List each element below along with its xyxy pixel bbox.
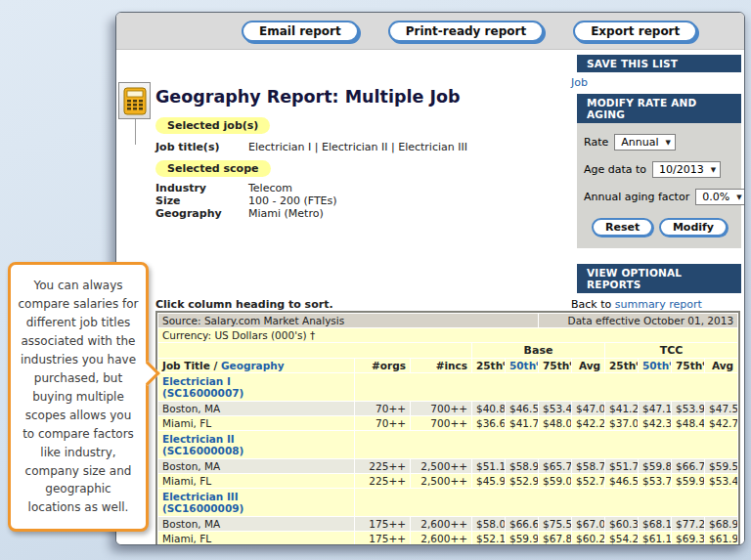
- modify-rate-and-aging-header: MODIFY RATE AND AGING: [577, 94, 741, 123]
- aging-factor-select[interactable]: 0.0%▼: [695, 189, 745, 205]
- age-data-select[interactable]: 10/2013▼: [652, 161, 721, 178]
- value-cell: $58.0: [472, 517, 505, 531]
- table-source-row: Source: Salary.com Market Analysis Data …: [158, 314, 737, 327]
- rate-row: Rate Annual▼: [584, 134, 735, 151]
- industry-label: Industry: [155, 182, 248, 194]
- column-header-75th-4[interactable]: 75th%: [539, 359, 571, 372]
- value-cell: $59.9: [672, 474, 704, 488]
- column-header-75th-8[interactable]: 75th%: [672, 359, 704, 372]
- currency-row: Currency: US Dollars (000's) †: [158, 328, 737, 342]
- value-cell: $65.7: [539, 459, 571, 473]
- job-title-sort[interactable]: Job Title: [162, 360, 210, 371]
- column-header-avg-5[interactable]: Avg: [572, 359, 604, 372]
- divider: [135, 119, 136, 145]
- rate-label: Rate: [584, 136, 608, 149]
- geography-label: Geography: [155, 207, 248, 220]
- job-title-link[interactable]: Electrician II: [162, 433, 235, 445]
- selected-scope-badge: Selected scope: [155, 160, 271, 177]
- job-title-geography-header[interactable]: Job Title / Geography: [158, 359, 354, 372]
- chevron-down-icon: ▼: [711, 166, 716, 174]
- job-code-link[interactable]: (SC16000008): [162, 445, 243, 456]
- table-row: Miami, FL225++2,500++$45.9$52.9$59.0$52.…: [158, 474, 737, 488]
- value-cell: $42.2: [572, 416, 604, 430]
- value-cell: 70++: [355, 402, 410, 415]
- job-title-values: Electrician I | Electrician II | Electri…: [248, 141, 467, 153]
- job-header-row: Electrician I(SC16000007): [158, 373, 737, 401]
- column-header-avg-9[interactable]: Avg: [705, 359, 737, 372]
- geography-row: Geography Miami (Metro): [155, 207, 324, 220]
- size-label: Size: [155, 194, 248, 207]
- table-row: Boston, MA225++2,500++$51.1$58.9$65.7$58…: [158, 459, 737, 473]
- job-code-link[interactable]: (SC16000009): [162, 502, 243, 514]
- table-row: Miami, FL175++2,600++$52.1$59.9$67.8$60.…: [158, 532, 737, 545]
- column-header-50th-7[interactable]: 50th%: [639, 359, 671, 372]
- value-cell: 175++: [355, 532, 410, 545]
- modify-button[interactable]: Modify: [659, 218, 728, 237]
- geo-cell: Miami, FL: [158, 416, 354, 430]
- value-cell: $75.5: [539, 517, 571, 531]
- value-cell: 2,500++: [411, 474, 471, 488]
- column-header-50th-3[interactable]: 50th%: [506, 359, 538, 372]
- geo-cell: Boston, MA: [158, 517, 354, 531]
- job-code-link[interactable]: (SC16000007): [162, 387, 243, 399]
- column-header-25th-2[interactable]: 25th%: [472, 359, 505, 372]
- print-ready-report-button[interactable]: Print-ready report: [388, 21, 544, 42]
- email-report-button[interactable]: Email report: [242, 21, 359, 42]
- geography-sort-link[interactable]: Geography: [221, 360, 285, 371]
- value-cell: $53.4: [705, 474, 737, 488]
- column-header-incs-1[interactable]: #incs: [411, 359, 471, 372]
- rate-aging-controls: Rate Annual▼ Age data to 10/2013▼ Annual…: [577, 123, 741, 248]
- value-cell: $40.8: [472, 402, 505, 415]
- value-cell: $61.1: [639, 532, 671, 545]
- job-header-row: Electrician III(SC16000009): [158, 489, 737, 516]
- value-cell: $53.7: [639, 474, 671, 488]
- value-cell: $46.5: [605, 474, 638, 488]
- value-cell: $54.2: [605, 532, 638, 545]
- value-cell: $46.5: [506, 402, 538, 415]
- table-row: Boston, MA70++700++$40.8$46.5$53.4$47.0$…: [158, 402, 737, 415]
- value-cell: $52.1: [472, 532, 505, 545]
- column-header-25th-6[interactable]: 25th%: [605, 359, 638, 372]
- export-report-button[interactable]: Export report: [573, 21, 697, 42]
- job-link[interactable]: Job: [571, 76, 588, 89]
- table-source: Source: Salary.com Market Analysis: [158, 314, 538, 327]
- selected-jobs-badge: Selected job(s): [155, 117, 270, 134]
- value-cell: 70++: [355, 416, 410, 430]
- value-cell: $53.4: [539, 402, 571, 415]
- value-cell: $66.6: [506, 517, 538, 531]
- job-title-link[interactable]: Electrician I: [162, 375, 231, 387]
- value-cell: $37.0: [605, 416, 638, 430]
- value-cell: $51.1: [472, 459, 505, 473]
- rate-select[interactable]: Annual▼: [614, 134, 676, 151]
- salary-table: Source: Salary.com Market Analysis Data …: [155, 311, 740, 545]
- geo-cell: Miami, FL: [158, 532, 354, 545]
- value-cell: $51.7: [605, 459, 638, 473]
- table-row: Miami, FL70++700++$36.6$41.7$48.0$42.2$3…: [158, 416, 737, 430]
- value-cell: $59.0: [539, 474, 571, 488]
- value-cell: $48.0: [539, 416, 571, 430]
- report-window: Email report Print-ready report Export r…: [115, 12, 745, 545]
- tcc-group-header: TCC: [605, 343, 737, 358]
- save-this-list-header: SAVE THIS LIST: [577, 55, 741, 72]
- summary-report-link[interactable]: summary report: [615, 298, 702, 311]
- geo-cell: Boston, MA: [158, 402, 354, 415]
- job-title-link[interactable]: Electrician III: [162, 491, 239, 502]
- data-effective: Data effective October 01, 2013: [539, 314, 737, 327]
- value-cell: 700++: [411, 402, 471, 415]
- value-cell: 175++: [355, 517, 410, 531]
- value-cell: $59.5: [705, 459, 737, 473]
- value-cell: $68.9: [705, 517, 737, 531]
- job-title-row: Job title(s) Electrician I | Electrician…: [155, 141, 467, 153]
- value-cell: $42.3: [639, 416, 671, 430]
- value-cell: 2,500++: [411, 459, 471, 473]
- group-header-row: Base TCC: [158, 343, 737, 358]
- value-cell: $67.0: [572, 517, 604, 531]
- value-cell: 2,600++: [411, 517, 471, 531]
- geo-cell: Miami, FL: [158, 474, 354, 488]
- value-cell: $41.2: [605, 402, 638, 415]
- reset-button[interactable]: Reset: [592, 218, 653, 237]
- toolbar: Email report Print-ready report Export r…: [116, 13, 744, 50]
- industry-value: Telecom: [248, 182, 292, 194]
- column-header-orgs-0[interactable]: #orgs: [355, 359, 410, 372]
- value-cell: $69.3: [672, 532, 704, 545]
